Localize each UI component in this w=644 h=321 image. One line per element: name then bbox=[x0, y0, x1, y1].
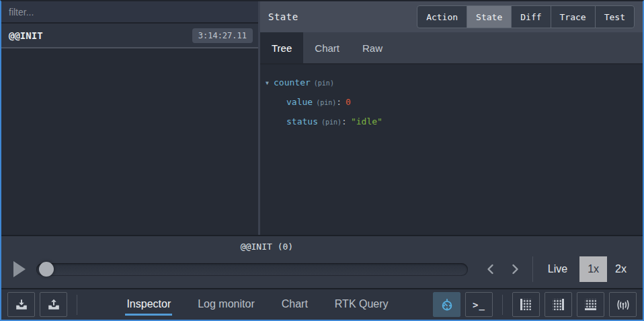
key-value-separator: : bbox=[341, 116, 347, 127]
tab-trace[interactable]: Trace bbox=[551, 5, 596, 28]
import-icon bbox=[15, 298, 28, 312]
terminal-icon: >_ bbox=[473, 299, 485, 310]
import-button[interactable] bbox=[7, 292, 35, 317]
subtab-raw[interactable]: Raw bbox=[351, 32, 394, 63]
timeline-slider[interactable] bbox=[36, 263, 468, 276]
pin-link[interactable]: (pin) bbox=[314, 79, 334, 87]
toolbar-divider bbox=[77, 295, 77, 315]
tree-value: "idle" bbox=[351, 116, 383, 127]
toolbar-divider bbox=[502, 295, 503, 315]
action-list-item[interactable]: @@INIT 3:14:27.11 bbox=[1, 24, 258, 48]
main-area: @@INIT 3:14:27.11 State Action State Dif… bbox=[1, 1, 643, 235]
remote-connection-button[interactable] bbox=[609, 292, 637, 317]
bottom-toolbar: Inspector Log monitor Chart RTK Query >_ bbox=[1, 288, 643, 320]
filter-bar bbox=[1, 1, 258, 24]
subtab-tree[interactable]: Tree bbox=[260, 32, 303, 63]
tab-test[interactable]: Test bbox=[595, 5, 635, 28]
slider-thumb[interactable] bbox=[39, 262, 54, 277]
stopwatch-icon bbox=[440, 298, 454, 312]
tree-value: 0 bbox=[346, 97, 351, 107]
action-name: @@INIT bbox=[9, 30, 43, 41]
redux-devtools-window: @@INIT 3:14:27.11 State Action State Dif… bbox=[0, 0, 644, 321]
broadcast-icon bbox=[616, 298, 631, 312]
state-view-subtabs: Tree Chart Raw bbox=[260, 32, 643, 65]
subtab-chart[interactable]: Chart bbox=[303, 32, 351, 63]
dock-bottom-button[interactable] bbox=[577, 292, 604, 317]
import-export-group bbox=[7, 292, 82, 317]
tree-key[interactable]: counter bbox=[274, 77, 311, 87]
live-button[interactable]: Live bbox=[541, 258, 574, 281]
speed-1x-button[interactable]: 1x bbox=[579, 256, 607, 282]
panel-title: State bbox=[268, 11, 298, 22]
tree-node-value[interactable]: value(pin):0 bbox=[266, 93, 637, 112]
playback-controls: Live 1x 2x bbox=[1, 256, 643, 282]
dock-left-button[interactable] bbox=[512, 292, 540, 317]
monitor-tab-log-monitor[interactable]: Log monitor bbox=[196, 294, 256, 316]
monitor-tab-group: Inspector Log monitor Chart RTK Query bbox=[82, 294, 433, 316]
pin-link[interactable]: (pin) bbox=[321, 118, 341, 126]
controls-divider bbox=[532, 256, 533, 282]
tree-node-status[interactable]: status(pin):"idle" bbox=[266, 112, 637, 132]
tree-key[interactable]: status bbox=[286, 116, 318, 127]
tab-state[interactable]: State bbox=[467, 5, 512, 28]
playback-bar: @@INIT (0) Live 1x 2x bbox=[1, 235, 643, 288]
monitor-tab-rtk-query[interactable]: RTK Query bbox=[333, 294, 390, 316]
play-button[interactable] bbox=[9, 260, 30, 279]
tab-diff[interactable]: Diff bbox=[511, 5, 551, 28]
state-panel-header: State Action State Diff Trace Test bbox=[260, 1, 643, 32]
action-timestamp: 3:14:27.11 bbox=[192, 28, 253, 43]
speed-2x-button[interactable]: 2x bbox=[607, 256, 635, 282]
toolbar-actions-group: >_ bbox=[433, 292, 637, 317]
action-list-panel: @@INIT 3:14:27.11 bbox=[1, 1, 258, 235]
collapse-arrow-icon[interactable]: ▼ bbox=[266, 74, 274, 93]
monitor-tab-inspector[interactable]: Inspector bbox=[125, 294, 172, 316]
tree-key[interactable]: value bbox=[286, 97, 313, 107]
dock-left-icon bbox=[520, 299, 532, 310]
chevron-left-icon bbox=[484, 262, 497, 276]
export-icon bbox=[47, 298, 61, 312]
dispatcher-button[interactable]: >_ bbox=[465, 292, 493, 317]
filter-input[interactable] bbox=[9, 7, 251, 17]
state-tree: ▼counter(pin) value(pin):0 status(pin):"… bbox=[260, 65, 643, 235]
chevron-right-icon bbox=[508, 262, 522, 276]
tree-node-counter[interactable]: ▼counter(pin) bbox=[266, 73, 637, 93]
record-timing-button[interactable] bbox=[433, 292, 460, 317]
inspector-tab-group: Action State Diff Trace Test bbox=[417, 5, 635, 28]
dock-bottom-icon bbox=[585, 299, 596, 310]
step-back-button[interactable] bbox=[479, 260, 503, 278]
state-panel: State Action State Diff Trace Test Tree … bbox=[260, 1, 643, 235]
play-icon bbox=[13, 261, 26, 277]
step-forward-button[interactable] bbox=[503, 260, 527, 278]
dock-right-button[interactable] bbox=[545, 292, 572, 317]
tab-action[interactable]: Action bbox=[417, 5, 467, 28]
key-value-separator: : bbox=[336, 97, 341, 107]
current-action-label: @@INIT (0) bbox=[8, 242, 526, 252]
pin-link[interactable]: (pin) bbox=[316, 99, 336, 106]
monitor-tab-chart[interactable]: Chart bbox=[280, 294, 309, 316]
action-list-empty-area bbox=[1, 48, 258, 235]
dock-right-icon bbox=[553, 299, 564, 310]
export-button[interactable] bbox=[40, 292, 67, 317]
